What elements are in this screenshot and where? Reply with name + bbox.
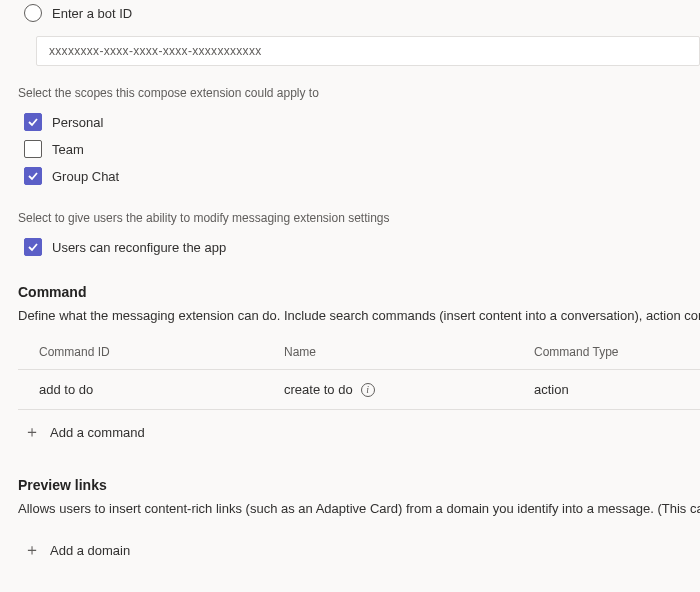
header-command-id: Command ID: [39, 345, 284, 359]
cell-command-id: add to do: [39, 382, 284, 397]
plus-icon: ＋: [24, 540, 40, 561]
header-name: Name: [284, 345, 534, 359]
scope-label: Team: [52, 142, 84, 157]
add-command-label: Add a command: [50, 425, 145, 440]
bot-id-value: xxxxxxxx-xxxx-xxxx-xxxx-xxxxxxxxxxx: [49, 44, 261, 58]
preview-title: Preview links: [18, 477, 700, 493]
checkbox-icon: [24, 140, 42, 158]
info-icon[interactable]: i: [361, 383, 375, 397]
reconfigure-label: Users can reconfigure the app: [52, 240, 226, 255]
command-table: Command ID Name Command Type add to do c…: [18, 335, 700, 410]
bot-id-radio-label: Enter a bot ID: [52, 6, 132, 21]
bot-id-input[interactable]: xxxxxxxx-xxxx-xxxx-xxxx-xxxxxxxxxxx: [36, 36, 700, 66]
scope-checkbox-personal[interactable]: Personal: [18, 110, 700, 137]
command-desc: Define what the messaging extension can …: [18, 308, 700, 323]
scope-label: Group Chat: [52, 169, 119, 184]
command-title: Command: [18, 284, 700, 300]
cell-name: create to do: [284, 382, 353, 397]
settings-label: Select to give users the ability to modi…: [18, 211, 700, 225]
radio-icon: [24, 4, 42, 22]
reconfigure-checkbox[interactable]: Users can reconfigure the app: [18, 235, 700, 262]
preview-desc: Allows users to insert content-rich link…: [18, 501, 700, 516]
checkbox-icon: [24, 113, 42, 131]
checkbox-icon: [24, 238, 42, 256]
scope-label: Personal: [52, 115, 103, 130]
cell-type: action: [534, 382, 700, 397]
table-header: Command ID Name Command Type: [18, 335, 700, 370]
bot-id-radio[interactable]: Enter a bot ID: [18, 0, 700, 30]
header-type: Command Type: [534, 345, 700, 359]
plus-icon: ＋: [24, 422, 40, 443]
checkbox-icon: [24, 167, 42, 185]
add-domain-label: Add a domain: [50, 543, 130, 558]
add-domain-button[interactable]: ＋ Add a domain: [18, 528, 700, 573]
add-command-button[interactable]: ＋ Add a command: [18, 410, 700, 455]
table-row[interactable]: add to do create to do i action: [18, 370, 700, 410]
scopes-label: Select the scopes this compose extension…: [18, 86, 700, 100]
scope-checkbox-team[interactable]: Team: [18, 137, 700, 164]
scope-checkbox-groupchat[interactable]: Group Chat: [18, 164, 700, 191]
